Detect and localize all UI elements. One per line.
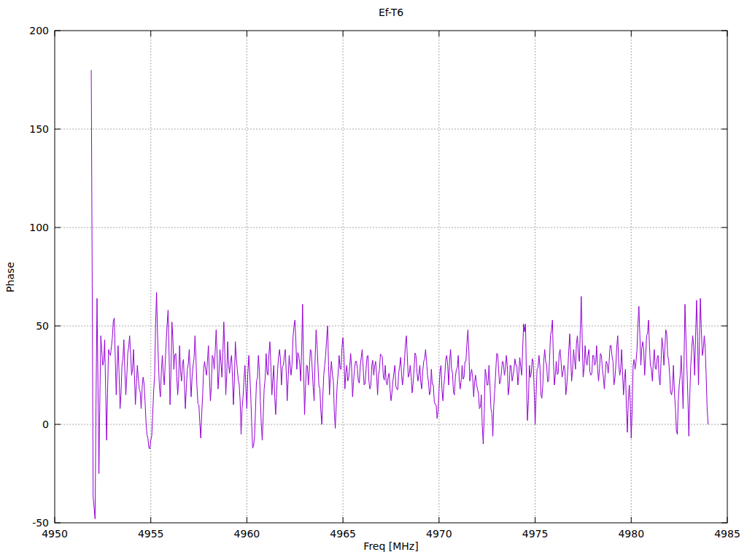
- axes-layer: [55, 31, 727, 523]
- tick-label-layer: 49504955496049654970497549804985-5005010…: [29, 25, 740, 540]
- chart-title: Ef-T6: [379, 7, 403, 18]
- x-tick-label: 4980: [618, 528, 644, 540]
- x-tick-label: 4985: [714, 528, 740, 540]
- y-axis-label: Phase: [4, 262, 16, 292]
- x-tick-label: 4950: [42, 528, 68, 540]
- gnuplot-window: 49504955496049654970497549804985-5005010…: [0, 0, 747, 560]
- plot-border: [55, 31, 727, 523]
- y-tick-label: 150: [29, 123, 49, 135]
- y-tick-label: 200: [29, 25, 49, 36]
- grid-layer: [55, 31, 727, 523]
- phase-chart-canvas: 49504955496049654970497549804985-5005010…: [0, 0, 747, 560]
- data-layer: [91, 70, 708, 519]
- y-tick-label: 0: [42, 419, 49, 430]
- y-tick-label: -50: [32, 517, 49, 529]
- phase-trace: [91, 70, 708, 519]
- x-tick-label: 4970: [426, 528, 452, 540]
- y-tick-label: 100: [29, 222, 49, 233]
- x-tick-label: 4955: [138, 528, 164, 540]
- x-axis-label: Freq [MHz]: [363, 540, 418, 552]
- y-tick-label: 50: [36, 320, 49, 332]
- x-tick-label: 4975: [522, 528, 549, 540]
- x-tick-label: 4965: [330, 528, 356, 540]
- x-tick-label: 4960: [234, 528, 260, 540]
